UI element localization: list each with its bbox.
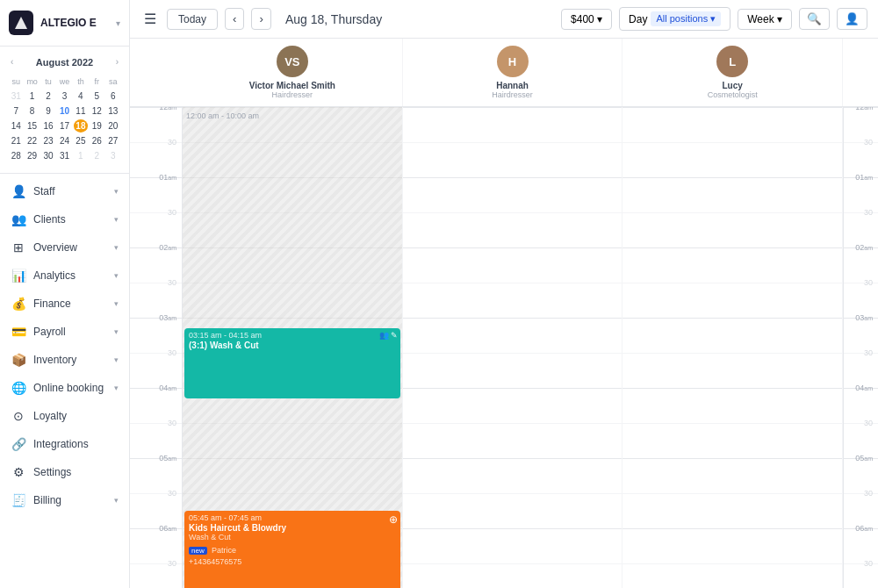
cal-day[interactable]: 1: [25, 90, 39, 103]
avatar: VS: [277, 46, 308, 77]
cal-day[interactable]: 3: [57, 90, 71, 103]
cal-day[interactable]: 14: [9, 119, 23, 133]
analytics-icon: 📊: [11, 269, 26, 283]
logo-area[interactable]: ALTEGIO E ▾: [0, 0, 129, 47]
staff-role: Hairdresser: [407, 90, 619, 99]
cal-next-button[interactable]: ›: [112, 55, 122, 68]
sidebar-item-label: Loyalty: [33, 410, 67, 422]
sidebar-item-billing[interactable]: 🧾 Billing ▾: [0, 486, 129, 514]
time-slot: 02am: [130, 247, 182, 283]
hannah-col-bg: [403, 107, 623, 588]
cal-day[interactable]: 6: [106, 90, 120, 103]
sidebar-item-analytics[interactable]: 📊 Analytics ▾: [0, 262, 129, 290]
cal-prev-button[interactable]: ‹: [7, 55, 17, 68]
next-button[interactable]: ›: [251, 8, 270, 30]
cal-day[interactable]: 21: [9, 134, 23, 147]
cal-day[interactable]: 31: [57, 149, 71, 162]
sidebar-item-clients[interactable]: 👥 Clients ▾: [0, 205, 129, 233]
staff-col-hannah[interactable]: H Hannah Hairdresser: [403, 39, 623, 106]
cal-day[interactable]: 12: [90, 104, 104, 118]
time-slot: 12am: [130, 107, 182, 142]
avatar: H: [497, 46, 529, 77]
settings-icon: ⚙: [11, 465, 26, 479]
sidebar-item-label: Online booking: [33, 382, 104, 394]
cal-day[interactable]: 15: [25, 119, 39, 133]
cal-day[interactable]: 1: [74, 149, 88, 162]
appt-col-victor[interactable]: 12:00 am - 10:00 am: [183, 107, 403, 588]
appointment-kids-haircut[interactable]: ⊕ 05:45 am - 07:45 am Kids Haircut & Blo…: [184, 511, 400, 588]
cal-day-today[interactable]: 18: [74, 119, 88, 133]
cal-day[interactable]: 26: [90, 134, 104, 147]
cal-day[interactable]: 10: [57, 104, 71, 118]
cal-day[interactable]: 3: [106, 149, 120, 162]
cal-day[interactable]: 20: [106, 119, 120, 133]
sidebar-item-payroll[interactable]: 💳 Payroll ▾: [0, 318, 129, 346]
day-view-button[interactable]: Day All positions ▾: [619, 7, 730, 31]
sidebar-item-label: Settings: [33, 466, 71, 478]
sidebar-item-label: Payroll: [33, 326, 66, 338]
time-slot-right: 01am: [844, 177, 878, 212]
people-icon: 👥: [379, 331, 389, 340]
sidebar-item-settings[interactable]: ⚙ Settings: [0, 458, 129, 486]
appt-col-lucy[interactable]: [623, 107, 843, 588]
cal-day[interactable]: 9: [41, 104, 55, 118]
sidebar-item-staff[interactable]: 👤 Staff ▾: [0, 177, 129, 205]
cal-day[interactable]: 4: [74, 90, 88, 103]
price-filter-button[interactable]: $400 ▾: [561, 9, 612, 30]
dow-mo: mo: [25, 75, 39, 88]
appointment-wash-cut[interactable]: 👥 ✎ 03:15 am - 04:15 am (3:1) Wash & Cut: [184, 328, 400, 398]
time-slot: 30: [130, 283, 182, 318]
menu-icon[interactable]: ☰: [140, 7, 160, 31]
cal-day[interactable]: 29: [25, 149, 39, 162]
search-button[interactable]: 🔍: [799, 8, 830, 30]
user-profile-button[interactable]: 👤: [837, 8, 867, 30]
current-date: Aug 18, Thursday: [285, 12, 382, 26]
time-slot-right: 05am: [844, 458, 878, 493]
cal-day[interactable]: 2: [41, 90, 55, 103]
mini-calendar: ‹ August 2022 › su mo tu we th fr sa 31 …: [0, 47, 129, 174]
cal-day[interactable]: 7: [9, 104, 23, 118]
staff-col-lucy[interactable]: L Lucy Cosmetologist: [623, 39, 843, 106]
cal-day[interactable]: 19: [90, 119, 104, 133]
cal-day[interactable]: 25: [74, 134, 88, 147]
chevron-down-icon: ▾: [114, 496, 119, 505]
sidebar-item-online-booking[interactable]: 🌐 Online booking ▾: [0, 374, 129, 402]
cal-day[interactable]: 16: [41, 119, 55, 133]
sidebar-item-finance[interactable]: 💰 Finance ▾: [0, 290, 129, 318]
cal-day[interactable]: 8: [25, 104, 39, 118]
prev-button[interactable]: ‹: [225, 8, 244, 30]
today-button[interactable]: Today: [167, 9, 218, 30]
search-icon: 🔍: [807, 12, 822, 25]
chevron-down-icon: ▾: [114, 187, 119, 196]
appt-time: 03:15 am - 04:15 am: [189, 331, 396, 340]
calendar-grid-main: 12am 30 01am 30 02am 30 03am 30 04am 30 …: [130, 107, 878, 588]
sidebar-item-loyalty[interactable]: ⊙ Loyalty: [0, 402, 129, 430]
cal-day[interactable]: 27: [106, 134, 120, 147]
cal-day[interactable]: 17: [57, 119, 71, 133]
chevron-down-icon: ▾: [114, 327, 119, 336]
cal-day[interactable]: 24: [57, 134, 71, 147]
cal-day[interactable]: 22: [25, 134, 39, 147]
cal-day[interactable]: 30: [41, 149, 55, 162]
sidebar-item-label: Integrations: [33, 438, 89, 450]
positions-button[interactable]: All positions ▾: [651, 11, 721, 26]
week-view-button[interactable]: Week ▾: [738, 9, 792, 30]
right-col-header: [843, 39, 878, 106]
cal-day[interactable]: 28: [9, 149, 23, 162]
cal-day[interactable]: 11: [74, 104, 88, 118]
cal-day[interactable]: 5: [90, 90, 104, 103]
cal-day[interactable]: 13: [106, 104, 120, 118]
appt-col-hannah[interactable]: [403, 107, 623, 588]
time-slot-right: 30: [844, 283, 878, 318]
cal-day[interactable]: 2: [90, 149, 104, 162]
time-slot: 30: [130, 493, 182, 528]
sidebar-item-label: Clients: [33, 213, 66, 226]
sidebar-item-overview[interactable]: ⊞ Overview ▾: [0, 233, 129, 262]
dow-tu: tu: [41, 75, 55, 88]
sidebar-item-inventory[interactable]: 📦 Inventory ▾: [0, 346, 129, 374]
sidebar-item-integrations[interactable]: 🔗 Integrations: [0, 430, 129, 458]
cal-day[interactable]: 23: [41, 134, 55, 147]
staff-col-victor[interactable]: VS Victor Michael Smith Hairdresser: [183, 39, 403, 106]
staff-name: Lucy: [626, 81, 838, 90]
cal-day[interactable]: 31: [9, 90, 23, 103]
